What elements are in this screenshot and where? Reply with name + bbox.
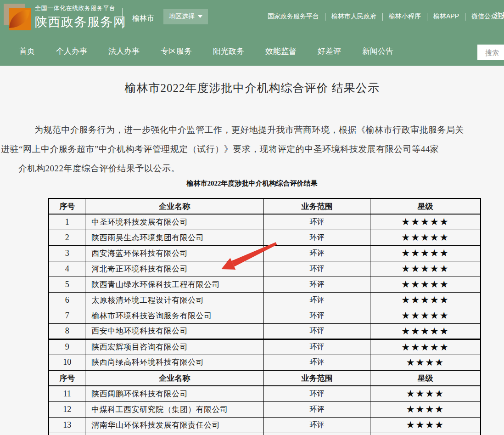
nav-item-1[interactable]: 个人办事 <box>56 46 87 56</box>
cell-no: 8 <box>49 323 85 339</box>
top-link-1[interactable]: 榆林市人民政府 <box>325 12 382 21</box>
cell-name: 榆林市环境科技咨询服务有限公司 <box>85 308 264 323</box>
cell-empty <box>49 433 85 435</box>
cell-stars: ★★★★★ <box>370 292 481 308</box>
cell-scope: 环评 <box>264 230 370 245</box>
cell-stars: ★★★★★ <box>370 261 481 277</box>
cell-no: 4 <box>49 261 85 277</box>
cell-no: 10 <box>49 355 85 370</box>
logo-leaf-icon <box>9 10 30 28</box>
column-header: 序号 <box>49 370 85 386</box>
nav-item-3[interactable]: 专区服务 <box>161 46 192 56</box>
column-header: 企业名称 <box>85 370 264 386</box>
table-row: 4河北奇正环境科技有限公司环评★★★★★ <box>49 261 481 277</box>
top-link-0[interactable]: 国家政务服务平台 <box>262 12 325 21</box>
table-row: 8西安中地环境科技有限公司环评★★★★★ <box>49 323 481 339</box>
cell-no: 13 <box>49 417 85 433</box>
site-header: 全国一体化在线政务服务平台 陕西政务服务网 榆林市 地区选择 国家政务服务平台榆… <box>0 0 504 66</box>
table-row: 10陕西尚绿高科环境科技有限公司环评★★★★ <box>49 355 481 370</box>
cell-scope: 环评 <box>264 323 370 339</box>
evaluation-table: 序号企业名称业务范围星级1中圣环境科技发展有限公司环评★★★★★2陕西雨昊生态环… <box>48 198 481 435</box>
table-caption: 榆林市2022年度涉批中介机构综合评价结果 <box>0 179 504 188</box>
cell-stars: ★★★★★ <box>370 277 481 292</box>
cell-no: 7 <box>49 308 85 323</box>
table-row: 6太原核清环境工程设计有限公司环评★★★★★ <box>49 292 481 308</box>
cell-stars: ★★★★ <box>370 401 481 417</box>
platform-label: 全国一体化在线政务服务平台 <box>35 4 127 12</box>
cell-scope: 环评 <box>264 277 370 292</box>
column-header: 业务范围 <box>264 198 370 214</box>
announcement-paragraph: 为规范中介服务行为，进一步强化中介监管工作，更好地提升我市营商环境，根据《榆林市… <box>0 120 504 178</box>
column-header: 星级 <box>370 198 481 214</box>
cell-name: 太原核清环境工程设计有限公司 <box>85 292 264 308</box>
search-input[interactable] <box>477 45 504 60</box>
cell-empty <box>370 433 481 435</box>
region-select-button[interactable]: 地区选择 <box>163 9 208 24</box>
site-name: 陕西政务服务网 <box>35 14 127 30</box>
cell-stars: ★★★★★ <box>370 230 481 245</box>
cell-scope: 环评 <box>264 339 370 355</box>
cell-stars: ★★★★★ <box>370 214 481 230</box>
brand-block: 全国一体化在线政务服务平台 陕西政务服务网 <box>35 4 127 30</box>
top-links: 国家政务服务平台榆林市人民政府榆林小程序榆林APP微信公众号 <box>262 12 504 21</box>
table-row-partial <box>49 433 481 435</box>
cell-name: 西安中地环境科技有限公司 <box>85 323 264 339</box>
logo-orange-square <box>9 8 31 30</box>
register-link[interactable]: 注册 <box>495 11 504 20</box>
main-nav: 首页个人办事法人办事专区服务阳光政务效能监督好差评新闻公告 <box>0 37 504 66</box>
cell-no: 12 <box>49 401 85 417</box>
cell-stars: ★★★★ <box>370 355 481 370</box>
table-header-row: 序号企业名称业务范围星级 <box>49 370 481 386</box>
nav-item-2[interactable]: 法人办事 <box>108 46 140 56</box>
cell-scope: 环评 <box>264 417 370 433</box>
cell-no: 5 <box>49 277 85 292</box>
table-row: 3西安海蓝环保科技有限公司环评★★★★★ <box>49 245 481 261</box>
cell-name: 陕西青山绿水环保科技工程有限公司 <box>85 277 264 292</box>
table-row: 1中圣环境科技发展有限公司环评★★★★★ <box>49 214 481 230</box>
top-link-2[interactable]: 榆林小程序 <box>383 12 427 21</box>
table-row: 7榆林市环境科技咨询服务有限公司环评★★★★★ <box>49 308 481 323</box>
cell-no: 6 <box>49 292 85 308</box>
table-row: 2陕西雨昊生态环境集团有限公司环评★★★★★ <box>49 230 481 245</box>
table-row: 12中煤科工西安研究院（集团）有限公司环评★★★★ <box>49 401 481 417</box>
nav-item-7[interactable]: 新闻公告 <box>362 46 393 56</box>
paragraph-line: 介机构2022年度综合评价结果予以公示。 <box>18 159 504 178</box>
cell-stars: ★★★★★ <box>370 308 481 323</box>
table-row: 9陕西宏辉项目咨询有限公司环评★★★★★ <box>49 339 481 355</box>
cell-no: 1 <box>49 214 85 230</box>
table-row: 5陕西青山绿水环保科技工程有限公司环评★★★★★ <box>49 277 481 292</box>
cell-name: 陕西阔鹏环保科技有限公司 <box>85 386 264 401</box>
cell-scope: 环评 <box>264 386 370 401</box>
evaluation-table-body: 序号企业名称业务范围星级1中圣环境科技发展有限公司环评★★★★★2陕西雨昊生态环… <box>49 198 481 435</box>
cell-name: 河北奇正环境科技有限公司 <box>85 261 264 277</box>
nav-item-5[interactable]: 效能监督 <box>265 46 297 56</box>
cell-no: 9 <box>49 339 85 355</box>
paragraph-line: 进驻“网上中介服务超市”中介机构考评管理规定（试行）》要求，现将评定的中圣环境科… <box>1 140 504 159</box>
column-header: 企业名称 <box>85 198 264 214</box>
column-header: 业务范围 <box>264 370 370 386</box>
column-header: 星级 <box>370 370 481 386</box>
cell-empty <box>85 433 264 435</box>
nav-item-6[interactable]: 好差评 <box>318 46 341 56</box>
cell-scope: 环评 <box>264 355 370 370</box>
paragraph-line: 为规范中介服务行为，进一步强化中介监管工作，更好地提升我市营商环境，根据《榆林市… <box>34 120 504 140</box>
nav-item-0[interactable]: 首页 <box>19 46 35 56</box>
cell-no: 3 <box>49 245 85 261</box>
cell-name: 中煤科工西安研究院（集团）有限公司 <box>85 401 264 417</box>
cell-stars: ★★★★★ <box>370 245 481 261</box>
cell-no: 11 <box>49 386 85 401</box>
table-row: 11陕西阔鹏环保科技有限公司环评★★★★ <box>49 386 481 401</box>
page-title: 榆林市2022年度涉批中介机构综合评价 结果公示 <box>0 80 504 96</box>
cell-name: 陕西宏辉项目咨询有限公司 <box>85 339 264 355</box>
nav-item-4[interactable]: 阳光政务 <box>213 46 244 56</box>
cell-stars: ★★★★ <box>370 417 481 433</box>
cell-scope: 环评 <box>264 261 370 277</box>
site-logo <box>3 3 32 32</box>
cell-scope: 环评 <box>264 245 370 261</box>
cell-name: 陕西尚绿高科环境科技有限公司 <box>85 355 264 370</box>
caret-down-icon <box>198 15 202 18</box>
cell-name: 中圣环境科技发展有限公司 <box>85 214 264 230</box>
cell-name: 渭南华山环保科技发展有限责任公司 <box>85 417 264 433</box>
column-header: 序号 <box>49 198 85 214</box>
top-link-3[interactable]: 榆林APP <box>427 12 465 21</box>
